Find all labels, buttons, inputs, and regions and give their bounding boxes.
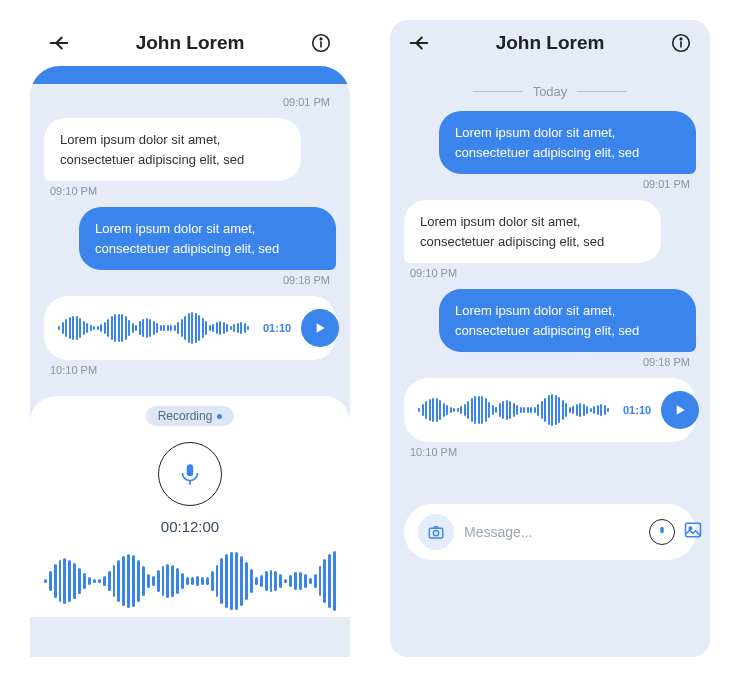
waveform-icon [58,308,249,348]
chat-header: John Lorem [30,20,350,66]
image-button[interactable] [683,520,703,544]
info-icon[interactable] [670,32,692,54]
play-button[interactable] [661,391,699,429]
mic-button[interactable] [649,519,675,545]
chat-title: John Lorem [136,32,245,54]
chat-header: John Lorem [390,20,710,66]
msg-out: Lorem ipsum dolor sit amet, consectetuer… [439,289,696,352]
timestamp: 09:10 PM [50,185,330,197]
camera-button[interactable] [418,514,454,550]
mic-icon [177,461,203,487]
svg-rect-9 [686,523,701,536]
svg-point-2 [320,38,321,39]
svg-point-8 [433,531,438,536]
timestamp: 09:01 PM [50,96,330,108]
msg-in: Lorem ipsum dolor sit amet, consectetuer… [404,200,661,263]
timestamp: 10:10 PM [410,446,690,458]
mic-button[interactable] [158,442,222,506]
message-input[interactable] [464,524,639,540]
svg-point-6 [680,38,681,39]
message-composer [404,504,696,560]
chat-area: 09:01 PM Lorem ipsum dolor sit amet, con… [30,66,350,657]
chat-area: Today Lorem ipsum dolor sit amet, consec… [390,66,710,657]
timestamp: 09:10 PM [410,267,690,279]
recording-label: Recording [146,406,235,426]
recording-time: 00:12:00 [161,518,219,535]
back-icon[interactable] [408,32,430,54]
phone-left: John Lorem 09:01 PM Lorem ipsum dolor si… [30,20,350,657]
timestamp: 09:18 PM [50,274,330,286]
recording-panel: Recording 00:12:00 [30,396,350,617]
voice-duration: 01:10 [623,404,651,416]
image-icon [683,520,703,540]
msg-out: Lorem ipsum dolor sit amet, consectetuer… [439,111,696,174]
phone-right: John Lorem Today Lorem ipsum dolor sit a… [390,20,710,657]
timestamp: 09:18 PM [410,356,690,368]
timestamp: 09:01 PM [410,178,690,190]
camera-icon [427,523,445,541]
voice-message: 01:10 [404,378,696,442]
waveform-icon [418,390,609,430]
voice-duration: 01:10 [263,322,291,334]
timestamp: 10:10 PM [50,364,330,376]
svg-rect-7 [429,528,443,538]
info-icon[interactable] [310,32,332,54]
back-icon[interactable] [48,32,70,54]
date-separator: Today [404,84,696,99]
chat-title: John Lorem [496,32,605,54]
recording-dot-icon [217,414,222,419]
msg-out: Lorem ipsum dolor sit amet, consectetuer… [79,207,336,270]
recording-waveform [44,545,336,617]
voice-message: 01:10 [44,296,336,360]
play-button[interactable] [301,309,339,347]
msg-in: Lorem ipsum dolor sit amet, consectetuer… [44,118,301,181]
msg-peek [30,66,350,84]
mic-icon [655,525,669,539]
